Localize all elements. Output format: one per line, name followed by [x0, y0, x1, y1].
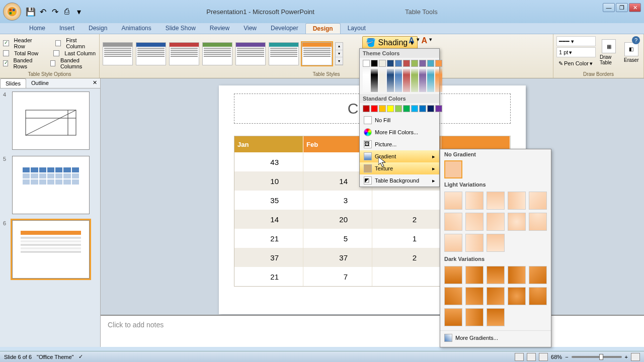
zoom-slider[interactable] [572, 356, 622, 358]
table-style-thumb[interactable] [269, 42, 299, 65]
table-cell[interactable]: 7 [303, 267, 372, 286]
gradient-swatch-light[interactable] [529, 192, 547, 210]
color-swatch[interactable] [419, 105, 426, 112]
tab-insert[interactable]: Insert [52, 23, 82, 34]
color-swatch[interactable] [395, 60, 402, 67]
chk-last-column[interactable] [53, 50, 59, 56]
gradient-swatch-dark[interactable] [465, 287, 484, 305]
slideshow-view-button[interactable] [539, 353, 548, 361]
color-swatch[interactable] [411, 105, 418, 112]
gradient-swatch-dark[interactable] [508, 287, 526, 305]
color-swatch[interactable] [435, 60, 442, 67]
table-style-gallery[interactable]: ▴▾▾ [103, 36, 343, 70]
help-icon[interactable]: ? [632, 36, 640, 44]
table-cell[interactable]: 1 [372, 229, 441, 248]
color-swatch[interactable] [371, 60, 378, 67]
no-fill-item[interactable]: No Fill [360, 114, 439, 126]
chk-banded-rows[interactable] [3, 60, 8, 66]
color-swatch[interactable] [427, 105, 434, 112]
table-background-item[interactable]: ◩Table Background▸ [360, 174, 439, 187]
color-swatch[interactable] [387, 60, 394, 67]
color-swatch[interactable] [363, 60, 370, 67]
more-gradients-item[interactable]: More Gradients... [440, 330, 551, 345]
color-shade-column[interactable] [419, 69, 426, 92]
draw-table-button[interactable]: ▦Draw Table [600, 39, 618, 65]
col-jan[interactable]: Jan [234, 136, 303, 152]
color-shade-column[interactable] [427, 69, 434, 92]
color-shade-column[interactable] [363, 69, 370, 92]
table-cell[interactable]: 14 [234, 210, 303, 229]
tab-animations[interactable]: Animations [114, 23, 158, 34]
table-style-thumb[interactable] [103, 42, 133, 65]
gradient-swatch-light[interactable] [465, 213, 484, 231]
eraser-button[interactable]: ◧Eraser [622, 42, 641, 63]
save-icon[interactable]: 💾 [26, 7, 35, 16]
table-cell[interactable] [372, 191, 441, 210]
table-style-thumb[interactable] [169, 42, 199, 65]
table-style-thumb[interactable] [202, 42, 232, 65]
pen-weight-dropdown[interactable]: 1 pt ▾ [556, 47, 596, 57]
color-swatch[interactable] [419, 60, 426, 67]
gradient-swatch-light[interactable] [465, 192, 484, 210]
notes-pane[interactable]: Click to add notes [101, 315, 644, 347]
color-shade-column[interactable] [379, 69, 386, 92]
tab-tabletools-design[interactable]: Design [305, 23, 341, 34]
zoom-out-button[interactable]: − [565, 354, 568, 360]
texture-fill-item[interactable]: Texture▸ [360, 162, 439, 174]
slide-thumb-6[interactable]: 6 [3, 220, 97, 279]
color-swatch[interactable] [371, 105, 378, 112]
slides-tab[interactable]: Slides [0, 78, 26, 88]
color-swatch[interactable] [403, 105, 410, 112]
table-cell[interactable]: 10 [234, 171, 303, 191]
table-cell[interactable]: 2 [372, 248, 441, 267]
office-button[interactable] [3, 3, 21, 21]
zoom-in-button[interactable]: + [625, 354, 628, 360]
close-pane-icon[interactable]: ✕ [90, 78, 100, 88]
pen-color-dropdown[interactable]: ✎ Pen Color ▾ [556, 58, 596, 68]
gradient-swatch-light[interactable] [487, 234, 505, 252]
color-shade-column[interactable] [435, 69, 442, 92]
color-swatch[interactable] [379, 60, 386, 67]
chk-banded-cols[interactable] [50, 60, 55, 66]
gallery-expand[interactable]: ▴▾▾ [335, 42, 343, 65]
table-cell[interactable] [372, 267, 441, 286]
gradient-swatch-light[interactable] [487, 213, 505, 231]
gradient-swatch-dark[interactable] [487, 266, 505, 284]
table-cell[interactable]: 2 [372, 210, 441, 229]
gradient-swatch-light[interactable] [508, 213, 526, 231]
gradient-swatch-light[interactable] [529, 213, 547, 231]
table-cell[interactable]: 21 [234, 229, 303, 248]
gradient-swatch-dark[interactable] [444, 308, 462, 326]
color-swatch[interactable] [379, 105, 386, 112]
print-icon[interactable]: ⎙ [62, 7, 71, 16]
table-style-thumb[interactable] [136, 42, 166, 65]
table-cell[interactable]: 43 [234, 152, 303, 171]
color-swatch[interactable] [411, 60, 418, 67]
maximize-button[interactable]: ❐ [616, 3, 628, 12]
table-style-thumb[interactable] [302, 42, 332, 65]
gradient-swatch-light[interactable] [444, 213, 462, 231]
color-swatch[interactable] [395, 105, 402, 112]
gradient-swatch-dark[interactable] [529, 287, 547, 305]
gradient-swatch-light[interactable] [465, 234, 484, 252]
color-swatch[interactable] [403, 60, 410, 67]
minimize-button[interactable]: ― [603, 3, 615, 12]
slide-thumb-4[interactable]: 4 [3, 92, 97, 150]
table-cell[interactable]: 3 [303, 191, 372, 210]
color-swatch[interactable] [363, 105, 370, 112]
more-fill-colors-item[interactable]: More Fill Colors... [360, 126, 439, 138]
color-shade-column[interactable] [403, 69, 410, 92]
color-swatch[interactable] [387, 105, 394, 112]
slide-thumb-5[interactable]: 5 [3, 156, 97, 214]
sorter-view-button[interactable] [527, 353, 536, 361]
gradient-swatch-light[interactable] [444, 192, 462, 210]
outline-tab[interactable]: Outline [26, 78, 54, 88]
qat-more-icon[interactable]: ▾ [74, 7, 84, 16]
color-swatch[interactable] [435, 105, 442, 112]
tab-slideshow[interactable]: Slide Show [158, 23, 203, 34]
chk-header-row[interactable] [3, 40, 9, 46]
chk-first-column[interactable] [55, 40, 61, 46]
pen-style-dropdown[interactable]: ━━━ ▾ [556, 36, 596, 46]
gradient-fill-item[interactable]: Gradient▸ [360, 150, 439, 162]
table-cell[interactable]: 35 [234, 191, 303, 210]
